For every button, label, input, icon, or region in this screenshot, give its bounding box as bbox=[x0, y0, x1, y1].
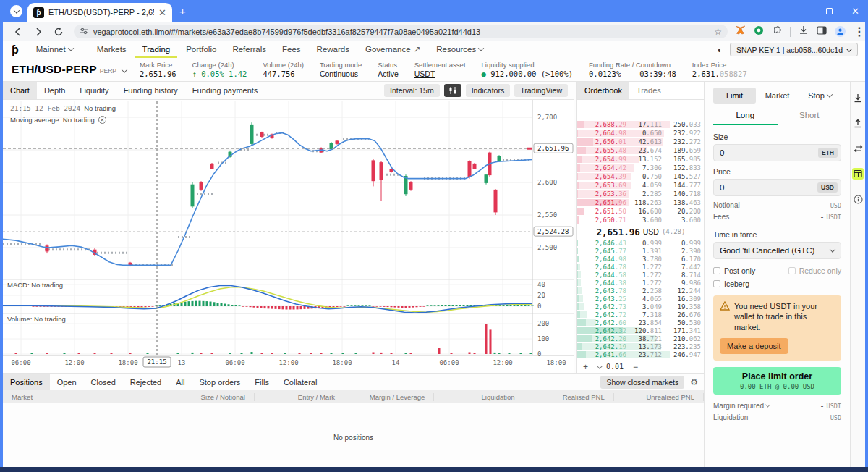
bid-price[interactable]: 2,642.32 bbox=[582, 327, 626, 334]
ask-row[interactable]: 2,650.713.6003.600 bbox=[577, 216, 705, 224]
bid-row[interactable]: 2,641.6623.712246.947 bbox=[577, 350, 705, 358]
tab-close-icon[interactable]: ✕ bbox=[158, 8, 166, 17]
tab-search-button[interactable] bbox=[10, 5, 22, 17]
extensions-puzzle-icon[interactable] bbox=[772, 25, 782, 38]
tab-chart[interactable]: Chart bbox=[3, 82, 37, 99]
tab-collateral[interactable]: Collateral bbox=[276, 374, 324, 390]
ask-row[interactable]: 2,653.694.059144.777 bbox=[577, 181, 705, 190]
tab-stop[interactable]: Stop bbox=[799, 88, 841, 104]
nav-item-governance[interactable]: Governance↗ bbox=[358, 41, 427, 58]
ask-row[interactable]: 2,653.362.285140.718 bbox=[577, 190, 705, 198]
tab-short[interactable]: Short bbox=[778, 106, 842, 125]
indicators-button[interactable]: Indicators bbox=[466, 84, 511, 97]
ask-row[interactable]: 2,664.980.650232.922 bbox=[577, 129, 705, 138]
ask-price[interactable]: 2,653.36 bbox=[582, 190, 626, 198]
interval-button[interactable]: Interval: 15m bbox=[384, 84, 440, 97]
tab-closed[interactable]: Closed bbox=[84, 374, 123, 390]
ask-price[interactable]: 2,655.48 bbox=[582, 147, 626, 154]
bid-row[interactable]: 2,644.381.2729.986 bbox=[577, 279, 705, 287]
zoom-in-button[interactable]: + bbox=[583, 362, 588, 372]
ask-price[interactable]: 2,656.01 bbox=[582, 138, 626, 146]
forward-button[interactable] bbox=[33, 27, 43, 37]
remove-indicator-icon[interactable]: ✕ bbox=[98, 116, 106, 124]
bid-row[interactable]: 2,642.727.31826.676 bbox=[577, 311, 705, 319]
ask-price[interactable]: 2,688.29 bbox=[582, 121, 626, 128]
window-close-button[interactable]: ✕ bbox=[851, 6, 859, 17]
bid-price[interactable]: 2,642.20 bbox=[582, 335, 626, 342]
tab-rejected[interactable]: Rejected bbox=[123, 374, 169, 390]
tab-long[interactable]: Long bbox=[713, 106, 778, 125]
settings-gear-icon[interactable]: ⚙ bbox=[690, 377, 698, 387]
tab-funding-payments[interactable]: Funding payments bbox=[185, 82, 265, 99]
tab-funding-history[interactable]: Funding history bbox=[116, 82, 185, 99]
tab-depth[interactable]: Depth bbox=[37, 82, 72, 99]
precision-select[interactable]: 0.01 bbox=[597, 363, 624, 371]
bid-row[interactable]: 2,646.430.9990.999 bbox=[577, 239, 705, 247]
info-icon[interactable] bbox=[852, 193, 864, 205]
side-panel-icon[interactable] bbox=[817, 25, 827, 38]
tab-open[interactable]: Open bbox=[50, 374, 84, 390]
back-button[interactable] bbox=[13, 27, 23, 37]
bid-row[interactable]: 2,642.2038.721210.062 bbox=[577, 334, 705, 342]
nav-item-fees[interactable]: Fees bbox=[275, 41, 308, 58]
bid-price[interactable]: 2,643.78 bbox=[582, 287, 626, 295]
bid-price[interactable]: 2,642.60 bbox=[582, 319, 626, 326]
bid-row[interactable]: 2,644.581.2728.714 bbox=[577, 271, 705, 279]
place-order-button[interactable]: Place limit order 0.00 ETH @ 0.00 USD bbox=[713, 367, 841, 395]
ask-price[interactable]: 2,650.71 bbox=[582, 216, 626, 224]
nav-item-mainnet[interactable]: Mainnet bbox=[29, 41, 80, 58]
url-text[interactable]: vegaprotocol.eth.limo/#/markets/e63a37ed… bbox=[93, 28, 709, 36]
bid-price[interactable]: 2,643.25 bbox=[582, 295, 626, 303]
reload-button[interactable] bbox=[54, 27, 64, 37]
bid-row[interactable]: 2,644.983.7806.170 bbox=[577, 255, 705, 263]
tab-limit[interactable]: Limit bbox=[713, 88, 756, 104]
bid-price[interactable]: 2,641.66 bbox=[582, 351, 626, 358]
price-chart[interactable]: 2,7002,6002,5502,50040200200100006:0012:… bbox=[3, 100, 574, 373]
tab-orderbook[interactable]: Orderbook bbox=[577, 82, 629, 99]
iceberg-checkbox[interactable] bbox=[713, 280, 720, 287]
bid-row[interactable]: 2,645.771.3912.390 bbox=[577, 247, 705, 255]
size-input[interactable]: 0 ETH bbox=[713, 144, 841, 161]
bid-row[interactable]: 2,642.733.04919.358 bbox=[577, 303, 705, 311]
ask-price[interactable]: 2,651.50 bbox=[582, 208, 626, 215]
bid-price[interactable]: 2,642.72 bbox=[582, 311, 626, 319]
bid-price[interactable]: 2,644.58 bbox=[582, 271, 626, 279]
bid-row[interactable]: 2,642.1913.173223.235 bbox=[577, 342, 705, 350]
nav-item-trading[interactable]: Trading bbox=[135, 41, 178, 58]
tab-liquidity[interactable]: Liquidity bbox=[72, 82, 116, 99]
nav-item-referrals[interactable]: Referrals bbox=[225, 41, 273, 58]
ask-row[interactable]: 2,688.2917.111250.033 bbox=[577, 120, 705, 129]
chart-canvas[interactable]: 2,7002,6002,5502,50040200200100006:0012:… bbox=[3, 100, 574, 373]
window-minimize-button[interactable]: — bbox=[799, 7, 807, 15]
ask-row[interactable]: 2,651.96118.263138.463 bbox=[577, 198, 705, 207]
tab-trades[interactable]: Trades bbox=[629, 82, 668, 99]
ask-price[interactable]: 2,654.99 bbox=[582, 156, 626, 163]
show-closed-markets-button[interactable]: Show closed markets bbox=[600, 376, 684, 389]
bid-row[interactable]: 2,643.254.06516.309 bbox=[577, 295, 705, 303]
green-extension-icon[interactable] bbox=[754, 25, 764, 38]
tab-stop-orders[interactable]: Stop orders bbox=[192, 374, 247, 390]
ask-price[interactable]: 2,653.69 bbox=[582, 182, 626, 189]
bid-price[interactable]: 2,644.98 bbox=[582, 256, 626, 263]
zoom-out-button[interactable]: − bbox=[633, 362, 638, 372]
bid-row[interactable]: 2,643.782.25812.244 bbox=[577, 287, 705, 295]
bid-price[interactable]: 2,642.19 bbox=[582, 343, 626, 350]
tab-positions[interactable]: Positions bbox=[3, 374, 50, 390]
price-input[interactable]: 0 USD bbox=[713, 179, 841, 196]
withdraw-icon[interactable] bbox=[852, 117, 864, 129]
chevron-down-icon[interactable] bbox=[765, 402, 770, 407]
ask-row[interactable]: 2,656.0142.613232.272 bbox=[577, 138, 705, 146]
bid-price[interactable]: 2,646.43 bbox=[582, 240, 626, 247]
ask-row[interactable]: 2,655.4823.674189.659 bbox=[577, 146, 705, 155]
downloads-icon[interactable] bbox=[799, 25, 809, 38]
tradingview-button[interactable]: TradingView bbox=[514, 84, 568, 97]
bid-row[interactable]: 2,642.6023.85450.530 bbox=[577, 319, 705, 326]
bid-price[interactable]: 2,645.77 bbox=[582, 248, 626, 255]
ask-row[interactable]: 2,654.390.750145.527 bbox=[577, 172, 705, 181]
post-only-checkbox[interactable] bbox=[713, 267, 720, 274]
metamask-extension-icon[interactable] bbox=[735, 25, 746, 38]
bid-price[interactable]: 2,642.73 bbox=[582, 303, 626, 311]
tab-market[interactable]: Market bbox=[756, 88, 799, 104]
profile-avatar[interactable] bbox=[835, 26, 846, 37]
ask-price[interactable]: 2,664.98 bbox=[582, 130, 626, 137]
